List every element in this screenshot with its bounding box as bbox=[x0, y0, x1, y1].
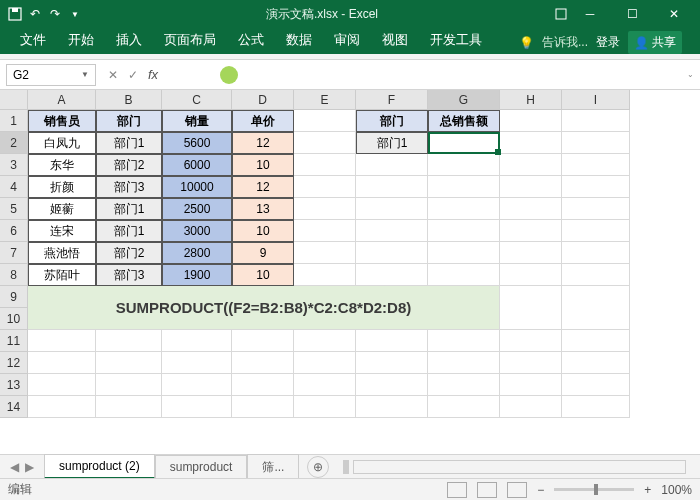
cell-H11[interactable] bbox=[500, 330, 562, 352]
cell-A11[interactable] bbox=[28, 330, 96, 352]
cell-A6[interactable]: 连宋 bbox=[28, 220, 96, 242]
cell-E4[interactable] bbox=[294, 176, 356, 198]
row-header-14[interactable]: 14 bbox=[0, 396, 28, 418]
cell-B7[interactable]: 部门2 bbox=[96, 242, 162, 264]
cell-C14[interactable] bbox=[162, 396, 232, 418]
cell-E13[interactable] bbox=[294, 374, 356, 396]
login-link[interactable]: 登录 bbox=[596, 34, 620, 51]
cell-D7[interactable]: 9 bbox=[232, 242, 294, 264]
cell-G13[interactable] bbox=[428, 374, 500, 396]
cell-F14[interactable] bbox=[356, 396, 428, 418]
cell-B6[interactable]: 部门1 bbox=[96, 220, 162, 242]
cell-A4[interactable]: 折颜 bbox=[28, 176, 96, 198]
row-header-10[interactable]: 10 bbox=[0, 308, 28, 330]
cell-F7[interactable] bbox=[356, 242, 428, 264]
chevron-down-icon[interactable]: ▼ bbox=[81, 70, 89, 79]
tab-formulas[interactable]: 公式 bbox=[228, 26, 274, 54]
cell-E8[interactable] bbox=[294, 264, 356, 286]
cell-A1[interactable]: 销售员 bbox=[28, 110, 96, 132]
cell-H9[interactable] bbox=[500, 286, 562, 330]
cell-F3[interactable] bbox=[356, 154, 428, 176]
cell-D2[interactable]: 12 bbox=[232, 132, 294, 154]
view-layout-button[interactable] bbox=[477, 482, 497, 498]
cell-E7[interactable] bbox=[294, 242, 356, 264]
sheet-tab-2[interactable]: 筛... bbox=[247, 454, 299, 480]
row-header-4[interactable]: 4 bbox=[0, 176, 28, 198]
row-header-12[interactable]: 12 bbox=[0, 352, 28, 374]
cell-B11[interactable] bbox=[96, 330, 162, 352]
cell-B2[interactable]: 部门1 bbox=[96, 132, 162, 154]
cell-I4[interactable] bbox=[562, 176, 630, 198]
cell-F6[interactable] bbox=[356, 220, 428, 242]
ribbon-options-icon[interactable] bbox=[554, 7, 568, 21]
cell-D1[interactable]: 单价 bbox=[232, 110, 294, 132]
redo-icon[interactable]: ↷ bbox=[48, 7, 62, 21]
view-normal-button[interactable] bbox=[447, 482, 467, 498]
cell-A12[interactable] bbox=[28, 352, 96, 374]
row-header-7[interactable]: 7 bbox=[0, 242, 28, 264]
row-header-9[interactable]: 9 bbox=[0, 286, 28, 308]
cell-C6[interactable]: 3000 bbox=[162, 220, 232, 242]
cell-F11[interactable] bbox=[356, 330, 428, 352]
tab-view[interactable]: 视图 bbox=[372, 26, 418, 54]
cell-B8[interactable]: 部门3 bbox=[96, 264, 162, 286]
cell-C11[interactable] bbox=[162, 330, 232, 352]
sheet-tab-0[interactable]: sumproduct (2) bbox=[44, 454, 155, 479]
row-header-13[interactable]: 13 bbox=[0, 374, 28, 396]
cell-H5[interactable] bbox=[500, 198, 562, 220]
cell-F4[interactable] bbox=[356, 176, 428, 198]
row-header-3[interactable]: 3 bbox=[0, 154, 28, 176]
fx-icon[interactable]: fx bbox=[148, 67, 158, 82]
cell-A5[interactable]: 姬蘅 bbox=[28, 198, 96, 220]
cell-C1[interactable]: 销量 bbox=[162, 110, 232, 132]
cell-D5[interactable]: 13 bbox=[232, 198, 294, 220]
cell-G7[interactable] bbox=[428, 242, 500, 264]
cell-I2[interactable] bbox=[562, 132, 630, 154]
row-header-5[interactable]: 5 bbox=[0, 198, 28, 220]
cell-A14[interactable] bbox=[28, 396, 96, 418]
cell-G3[interactable] bbox=[428, 154, 500, 176]
tell-me[interactable]: 告诉我... bbox=[542, 34, 588, 51]
formula-bar[interactable] bbox=[170, 64, 680, 86]
cell-I7[interactable] bbox=[562, 242, 630, 264]
cell-I1[interactable] bbox=[562, 110, 630, 132]
zoom-out-icon[interactable]: − bbox=[537, 483, 544, 497]
cell-A13[interactable] bbox=[28, 374, 96, 396]
cell-I12[interactable] bbox=[562, 352, 630, 374]
row-header-8[interactable]: 8 bbox=[0, 264, 28, 286]
cell-B3[interactable]: 部门2 bbox=[96, 154, 162, 176]
row-header-6[interactable]: 6 bbox=[0, 220, 28, 242]
sheet-nav-next-icon[interactable]: ▶ bbox=[25, 460, 34, 474]
col-header-B[interactable]: B bbox=[96, 90, 162, 110]
cell-D4[interactable]: 12 bbox=[232, 176, 294, 198]
tab-insert[interactable]: 插入 bbox=[106, 26, 152, 54]
close-button[interactable]: ✕ bbox=[654, 3, 694, 25]
cell-D6[interactable]: 10 bbox=[232, 220, 294, 242]
maximize-button[interactable]: ☐ bbox=[612, 3, 652, 25]
cell-H13[interactable] bbox=[500, 374, 562, 396]
cell-G2[interactable] bbox=[428, 132, 500, 154]
cell-E1[interactable] bbox=[294, 110, 356, 132]
cell-I6[interactable] bbox=[562, 220, 630, 242]
cell-E12[interactable] bbox=[294, 352, 356, 374]
cell-D12[interactable] bbox=[232, 352, 294, 374]
cell-I14[interactable] bbox=[562, 396, 630, 418]
tab-data[interactable]: 数据 bbox=[276, 26, 322, 54]
view-break-button[interactable] bbox=[507, 482, 527, 498]
row-header-11[interactable]: 11 bbox=[0, 330, 28, 352]
cell-F8[interactable] bbox=[356, 264, 428, 286]
cell-C13[interactable] bbox=[162, 374, 232, 396]
cell-E6[interactable] bbox=[294, 220, 356, 242]
cell-G12[interactable] bbox=[428, 352, 500, 374]
cell-H12[interactable] bbox=[500, 352, 562, 374]
cell-H4[interactable] bbox=[500, 176, 562, 198]
share-button[interactable]: 👤共享 bbox=[628, 31, 682, 54]
cell-E11[interactable] bbox=[294, 330, 356, 352]
tab-layout[interactable]: 页面布局 bbox=[154, 26, 226, 54]
cell-F2[interactable]: 部门1 bbox=[356, 132, 428, 154]
cell-C8[interactable]: 1900 bbox=[162, 264, 232, 286]
cell-D14[interactable] bbox=[232, 396, 294, 418]
formula-bar-expand-icon[interactable]: ⌄ bbox=[680, 70, 700, 79]
sheet-tab-1[interactable]: sumproduct bbox=[155, 455, 248, 478]
cell-B4[interactable]: 部门3 bbox=[96, 176, 162, 198]
